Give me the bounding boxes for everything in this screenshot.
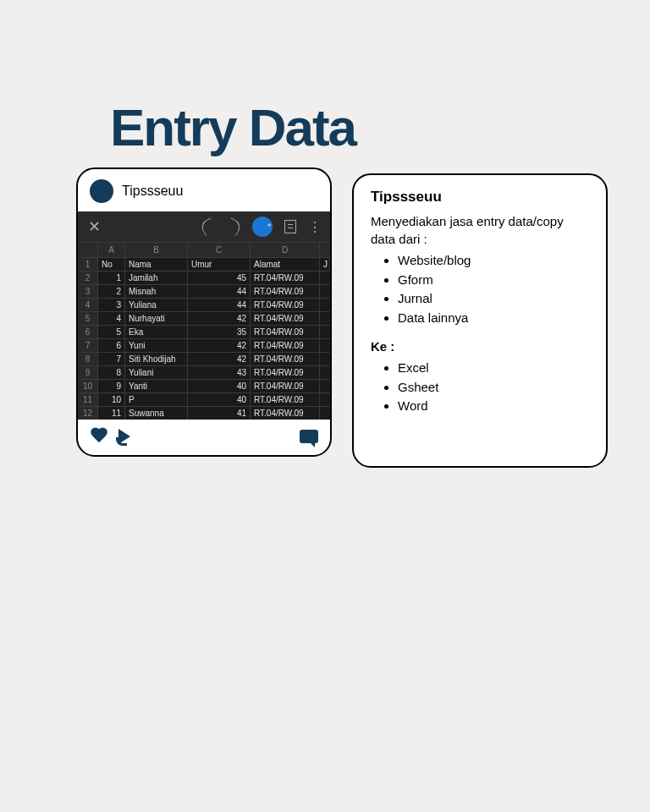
list-item: Data lainnya	[398, 309, 589, 328]
card-header: Tipssseuu	[78, 169, 330, 211]
umur-header: Umur	[188, 258, 251, 271]
page-icon[interactable]	[284, 220, 296, 233]
heart-icon[interactable]	[90, 428, 108, 445]
table-row: 87Siti Khodijah42RT.04/RW.09	[78, 352, 330, 365]
username-label: Tipssseuu	[371, 189, 589, 206]
j-header: J	[320, 258, 330, 271]
card-footer	[78, 420, 330, 455]
col-header-d: D	[251, 243, 320, 257]
share-icon[interactable]	[118, 429, 130, 444]
list-item: Excel	[398, 359, 589, 378]
table-row: 98Yuliani43RT.04/RW.09	[78, 365, 330, 379]
close-icon[interactable]: ✕	[88, 217, 101, 236]
list-item: Jurnal	[398, 289, 589, 309]
ke-label: Ke :	[371, 339, 589, 354]
left-card: Tipssseuu ✕ 👤⁺ ⋮ A B C D 1 No Nama	[76, 167, 332, 457]
alamat-header: Alamat	[251, 258, 320, 271]
list-item: Website/blog	[398, 251, 589, 271]
header-row: 1 No Nama Umur Alamat J	[78, 257, 330, 271]
list-item: Gsheet	[398, 378, 589, 398]
redo-icon[interactable]	[224, 217, 243, 236]
undo-icon[interactable]	[199, 217, 218, 236]
table-row: 54Nurhayati42RT.04/RW.09	[78, 311, 330, 325]
table-row: 21Jamilah45RT.04/RW.09	[78, 271, 330, 284]
toolbar: ✕ 👤⁺ ⋮	[78, 211, 330, 242]
comment-icon[interactable]	[300, 430, 318, 443]
table-row: 1211Suwanna41RT.04/RW.09	[78, 406, 330, 420]
table-row: 109Yanti40RT.04/RW.09	[78, 379, 330, 392]
list-item: Word	[398, 397, 589, 416]
spreadsheet-area: ✕ 👤⁺ ⋮ A B C D 1 No Nama Umur Alamat J	[78, 211, 330, 420]
column-headers: A B C D	[78, 242, 330, 257]
table-row: 76Yuni42RT.04/RW.09	[78, 338, 330, 352]
username-label: Tipssseuu	[122, 184, 183, 199]
table-row: 43Yuliana44RT.04/RW.09	[78, 298, 330, 311]
table-row: 65Eka35RT.04/RW.09	[78, 325, 330, 338]
person-add-icon[interactable]: 👤⁺	[252, 217, 273, 237]
more-icon[interactable]: ⋮	[308, 219, 320, 235]
nama-header: Nama	[125, 258, 188, 271]
to-list: ExcelGsheetWord	[371, 359, 589, 416]
table-row: 32Misnah44RT.04/RW.09	[78, 284, 330, 298]
col-header-c: C	[188, 243, 251, 257]
description-text: Menyediakan jasa entry data/copy data da…	[371, 212, 589, 248]
no-header: No	[98, 258, 125, 271]
list-item: Gform	[398, 271, 589, 290]
from-list: Website/blogGformJurnalData lainnya	[371, 251, 589, 327]
page-title: Entry Data	[110, 97, 355, 157]
table-row: 1110P40RT.04/RW.09	[78, 392, 330, 406]
right-card: Tipssseuu Menyediakan jasa entry data/co…	[352, 173, 608, 468]
col-header-b: B	[125, 243, 188, 257]
col-header-a: A	[98, 243, 125, 257]
avatar	[90, 179, 113, 203]
